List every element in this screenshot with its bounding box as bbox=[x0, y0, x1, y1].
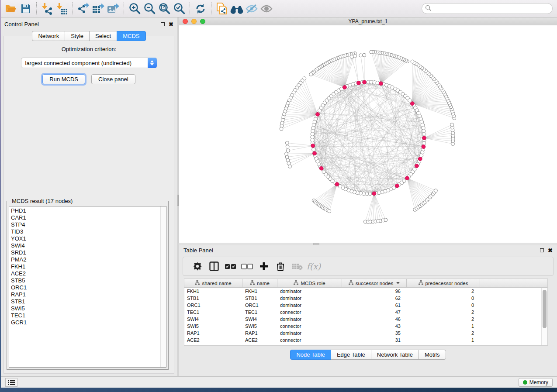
table-row[interactable]: SWI5SWI5connector431 bbox=[184, 323, 547, 330]
criterion-dropdown-value: largest connected component (undirected) bbox=[21, 60, 132, 66]
show-all-icon[interactable] bbox=[259, 2, 274, 16]
column-header-predecessor-nodes[interactable]: predecessor nodes bbox=[407, 279, 480, 287]
tab-select[interactable]: Select bbox=[89, 31, 117, 41]
export-table-icon[interactable] bbox=[91, 2, 106, 16]
table-cell: 2 bbox=[407, 309, 480, 315]
tab-mcds[interactable]: MCDS bbox=[117, 31, 145, 41]
toolbar-separator bbox=[190, 2, 190, 15]
result-node[interactable]: TID3 bbox=[11, 228, 166, 235]
zoom-out-icon[interactable] bbox=[142, 2, 157, 16]
result-node[interactable]: PHD1 bbox=[11, 207, 166, 214]
table-cell: 2 bbox=[407, 316, 480, 322]
clone-network-icon[interactable] bbox=[214, 2, 229, 16]
result-node[interactable]: ORC1 bbox=[11, 284, 166, 291]
search-input[interactable] bbox=[422, 3, 553, 14]
result-node[interactable]: ACE2 bbox=[11, 270, 166, 277]
toolbar-separator bbox=[36, 2, 37, 15]
search-box bbox=[422, 3, 553, 14]
table-row[interactable]: YOX1YOX1connector291 bbox=[184, 344, 547, 346]
save-session-icon[interactable] bbox=[18, 2, 33, 16]
import-network-icon[interactable] bbox=[40, 2, 55, 16]
table-cell: 47 bbox=[342, 309, 407, 315]
table-cell: ORC1 bbox=[184, 303, 242, 308]
result-node[interactable]: STB1 bbox=[11, 298, 166, 305]
column-header-name[interactable]: name bbox=[242, 279, 277, 287]
task-history-button[interactable] bbox=[5, 378, 17, 387]
result-node[interactable]: SWI5 bbox=[11, 305, 166, 312]
table-tabs: Node TableEdge TableNetwork TableMotifs bbox=[179, 350, 557, 360]
column-header-successor-nodes[interactable]: successor nodes bbox=[342, 279, 407, 287]
column-header-shared-name[interactable]: shared name bbox=[184, 279, 242, 287]
table-row[interactable]: FKH1FKH1dominator962 bbox=[184, 288, 547, 295]
result-node[interactable]: STP4 bbox=[11, 221, 166, 228]
criterion-dropdown[interactable]: largest connected component (undirected) bbox=[21, 58, 157, 68]
tab-motifs[interactable]: Motifs bbox=[419, 350, 446, 360]
result-node[interactable]: SRD1 bbox=[11, 249, 166, 256]
toolbar-separator bbox=[124, 2, 124, 15]
network-canvas[interactable] bbox=[179, 25, 557, 241]
tab-edge-table[interactable]: Edge Table bbox=[331, 350, 371, 360]
refresh-layout-icon[interactable] bbox=[193, 2, 208, 16]
first-neighbors-icon[interactable] bbox=[229, 2, 244, 16]
result-node[interactable]: GCR1 bbox=[11, 319, 166, 326]
open-file-icon[interactable] bbox=[3, 2, 18, 16]
export-network-icon[interactable] bbox=[76, 2, 91, 16]
splitter-grip[interactable] bbox=[313, 243, 319, 245]
run-mcds-button[interactable]: Run MCDS bbox=[42, 74, 85, 84]
memory-button[interactable]: Memory bbox=[519, 378, 553, 387]
delete-row-icon[interactable] bbox=[272, 258, 289, 274]
table-row[interactable]: ORC1ORC1dominator610 bbox=[184, 302, 547, 309]
table-row[interactable]: STB1STB1dominator620 bbox=[184, 295, 547, 302]
status-bar: Memory bbox=[1, 376, 557, 388]
result-node[interactable]: RAP1 bbox=[11, 291, 166, 298]
table-cell: STB1 bbox=[184, 296, 242, 301]
network-canvas-area bbox=[179, 25, 557, 243]
column-type-icon bbox=[294, 280, 298, 286]
tab-node-table[interactable]: Node Table bbox=[290, 350, 331, 360]
result-node[interactable]: STB5 bbox=[11, 277, 166, 284]
float-panel-icon[interactable] bbox=[161, 22, 165, 26]
result-list-scrollbar[interactable] bbox=[160, 206, 166, 367]
delete-table-icon bbox=[289, 258, 305, 274]
result-node[interactable]: YOX1 bbox=[11, 235, 166, 242]
mcds-result-list[interactable]: PHD1CAR1STP4TID3YOX1SWI4SRD1PMA2FKH1ACE2… bbox=[9, 206, 166, 368]
close-panel-button[interactable]: Close panel bbox=[91, 74, 135, 84]
table-row[interactable]: TEC1TEC1connector472 bbox=[184, 309, 547, 316]
table-cell: connector bbox=[277, 337, 342, 343]
table-cell: 61 bbox=[342, 303, 407, 308]
export-image-icon[interactable] bbox=[106, 2, 121, 16]
result-node[interactable]: FKH1 bbox=[11, 263, 166, 270]
zoom-fit-icon[interactable] bbox=[157, 2, 172, 16]
table-scrollbar[interactable] bbox=[541, 288, 547, 345]
settings-gear-icon[interactable] bbox=[189, 258, 206, 274]
result-node[interactable]: TEC1 bbox=[11, 312, 166, 319]
column-header-MCDS-role[interactable]: MCDS role bbox=[277, 279, 342, 287]
select-all-icon[interactable] bbox=[222, 258, 239, 274]
zoom-in-icon[interactable] bbox=[127, 2, 142, 16]
table-cell: dominator bbox=[277, 296, 342, 301]
tab-style[interactable]: Style bbox=[65, 31, 90, 41]
tab-network[interactable]: Network bbox=[32, 31, 65, 41]
zoom-selected-icon[interactable] bbox=[172, 2, 187, 16]
table-cell: ACE2 bbox=[242, 337, 277, 343]
result-node[interactable]: PMA2 bbox=[11, 256, 166, 263]
result-node[interactable]: CAR1 bbox=[11, 214, 166, 221]
hide-selected-icon[interactable] bbox=[244, 2, 259, 16]
table-cell: 31 bbox=[342, 337, 407, 343]
tab-network-table[interactable]: Network Table bbox=[371, 350, 419, 360]
table-cell: 35 bbox=[342, 330, 407, 336]
add-row-icon[interactable] bbox=[256, 258, 272, 274]
close-panel-icon[interactable]: ✖ bbox=[169, 22, 173, 26]
import-table-icon[interactable] bbox=[55, 2, 69, 16]
table-row[interactable]: RAP1RAP1dominator352 bbox=[184, 330, 547, 337]
table-row[interactable]: SWI4SWI4dominator462 bbox=[184, 316, 547, 323]
table-row[interactable]: ACE2ACE2connector311 bbox=[184, 337, 547, 344]
splitter-grip[interactable] bbox=[177, 195, 179, 206]
show-columns-icon[interactable] bbox=[206, 258, 222, 274]
float-panel-icon[interactable] bbox=[540, 248, 544, 252]
close-panel-icon[interactable]: ✖ bbox=[548, 248, 553, 252]
main-toolbar bbox=[1, 0, 557, 17]
scrollbar-thumb[interactable] bbox=[543, 290, 547, 328]
deselect-all-icon[interactable] bbox=[239, 258, 256, 274]
result-node[interactable]: SWI4 bbox=[11, 242, 166, 249]
